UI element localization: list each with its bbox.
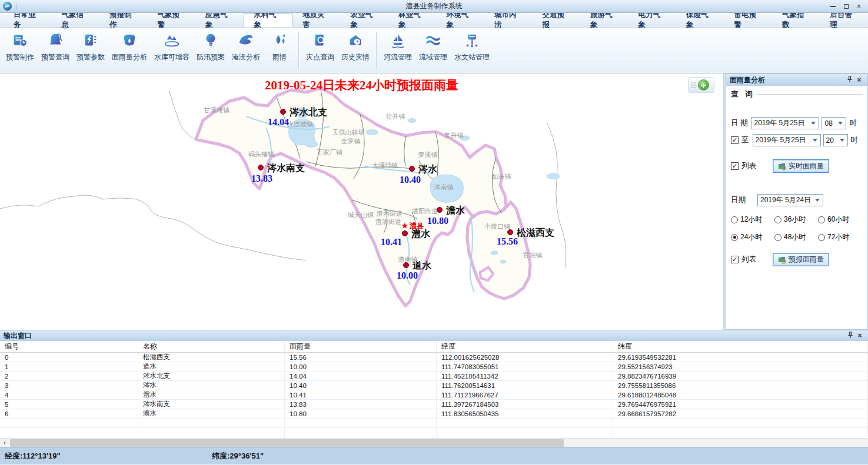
toolbar-button-1-0[interactable]: 灾点查询	[302, 28, 338, 73]
toolbar-button-2-2[interactable]: 水文站管理	[451, 28, 493, 73]
menu-item-5[interactable]: 水利气象	[244, 13, 293, 27]
toolbar-button-0-3[interactable]: 面雨量分析	[108, 28, 151, 73]
duration-radio-48小时[interactable]: 48小时	[774, 232, 818, 242]
rainfall-analysis-panel: 面雨量分析 × 查 询 日 期 2019年 5月25日 08 时 ✓ 至	[726, 73, 868, 330]
map-canvas[interactable]: 2019-05-24日未来24小时预报面雨量 +	[0, 73, 723, 330]
toolbar-button-0-0[interactable]: 预警制作	[2, 28, 38, 73]
duration-radio-60小时[interactable]: 60小时	[818, 215, 863, 225]
duration-radio-24小时[interactable]: 24小时	[731, 232, 774, 242]
duration-radio-12小时[interactable]: 12小时	[731, 215, 774, 225]
end-hour-combobox[interactable]: 20	[823, 134, 848, 146]
table-cell	[138, 428, 285, 437]
toolbar-button-label: 淹没分析	[232, 52, 260, 62]
cloud-raindrop-icon	[121, 32, 138, 49]
table-row[interactable]: 1道水10.00111.74708305505129.552156374923	[0, 362, 868, 372]
menu-item-13[interactable]: 电力气象	[628, 13, 677, 27]
station-marker-icon	[281, 109, 286, 115]
menu-item-14[interactable]: 保险气象	[676, 13, 724, 27]
bell-search-icon	[46, 32, 64, 49]
scrollbar-thumb[interactable]	[10, 439, 564, 447]
table-row[interactable]: 5涔水南支13.83111.39726718450329.76544769759…	[0, 400, 868, 409]
table-cell: 29.8823476716939	[613, 372, 868, 381]
table-row[interactable]: 2涔水北支14.04111.45210541134229.88234767169…	[0, 372, 868, 381]
table-row[interactable]: 3涔水10.40111.7620051463129.7555811355086	[0, 381, 868, 390]
toolbar-button-0-5[interactable]: 防汛预案	[193, 28, 228, 73]
scroll-left-arrow[interactable]: ‹	[0, 439, 9, 447]
status-latitude: 纬度:29°36'51"	[212, 451, 264, 461]
start-hour-combobox[interactable]: 08	[822, 117, 846, 129]
forecast-list-checkbox[interactable]: ✓	[731, 256, 739, 263]
menu-item-3[interactable]: 气象预警	[148, 13, 196, 27]
zoom-in-button[interactable]: +	[698, 79, 709, 91]
toolbar-button-2-0[interactable]: 河流管理	[380, 28, 415, 73]
table-cell: 111.397267184503	[437, 400, 613, 409]
start-date-combobox[interactable]: 2019年 5月25日	[751, 117, 819, 129]
output-close-icon[interactable]: ×	[855, 332, 864, 340]
menu-item-16[interactable]: 气象指数	[772, 13, 820, 27]
table-empty-row[interactable]	[0, 419, 868, 428]
column-header: 面雨量	[285, 341, 437, 352]
table-cell: 道水	[138, 362, 285, 372]
toolbar-button-label: 水文站管理	[454, 52, 490, 62]
menu-item-6[interactable]: 地质灾害	[292, 13, 341, 27]
end-date-combobox[interactable]: 2019年 5月25日	[753, 134, 821, 146]
drag-grip-icon[interactable]	[691, 82, 696, 88]
table-cell: 涔水南支	[138, 400, 285, 409]
table-row[interactable]: 4澧水10.41111.71121966762729.6188012485048	[0, 390, 868, 400]
table-row[interactable]: 0松滋西支15.56112.00162562502829.61935495322…	[0, 353, 868, 362]
pin-icon[interactable]	[845, 76, 854, 85]
toolbar-button-2-1[interactable]: 流域管理	[415, 28, 451, 73]
column-header: 编号	[0, 341, 138, 352]
sailboat-icon	[389, 32, 407, 49]
toolbar-button-0-6[interactable]: 淹没分析	[228, 28, 264, 73]
close-button[interactable]: ×	[857, 3, 861, 10]
table-cell: 29.7555811355086	[613, 381, 868, 390]
menu-item-15[interactable]: 雷电预警	[724, 13, 773, 27]
table-row[interactable]: 6澹水10.80111.83056505043529.6666157957282	[0, 409, 868, 419]
station-value-label: 15.56	[497, 236, 518, 246]
toolbar-button-0-2[interactable]: 预警参数	[73, 28, 108, 73]
forecast-date-combobox[interactable]: 2019年 5月24日	[757, 194, 823, 206]
duration-radio-36小时[interactable]: 36小时	[774, 215, 818, 225]
duration-radio-72小时[interactable]: 72小时	[818, 232, 863, 242]
menu-item-11[interactable]: 交通预报	[533, 13, 581, 27]
pin-icon[interactable]	[846, 332, 855, 340]
table-empty-row[interactable]	[0, 428, 868, 437]
list-checkbox[interactable]: ✓	[731, 162, 739, 170]
toolbar-button-0-1[interactable]: 预警查询	[38, 28, 73, 73]
toolbar-button-0-7[interactable]: 雨情	[264, 28, 295, 73]
town-label: 小渡口镇	[484, 223, 510, 230]
chevron-down-icon	[838, 122, 843, 125]
radio-icon	[774, 216, 781, 223]
maximize-button[interactable]	[844, 4, 849, 9]
doc-search-icon	[311, 32, 329, 49]
forecast-rainfall-button[interactable]: 预报面雨量	[773, 253, 829, 266]
doc-lightning-icon	[82, 32, 99, 49]
menu-item-7[interactable]: 农业气象	[341, 13, 389, 27]
menu-item-17[interactable]: 后台管理	[820, 13, 868, 27]
minimize-button[interactable]	[830, 6, 836, 7]
station-value-label: 10.00	[397, 270, 418, 280]
toolbar-button-0-4[interactable]: 水库可增容	[151, 28, 193, 73]
chevron-down-icon	[840, 139, 844, 142]
menu-item-9[interactable]: 环境气象	[437, 13, 485, 27]
menu-item-10[interactable]: 城市内涝	[484, 13, 533, 27]
menu-item-2[interactable]: 预报制作	[99, 13, 148, 27]
radio-icon	[731, 216, 738, 223]
menu-item-12[interactable]: 旅游气象	[580, 13, 628, 27]
station-name-label: 涔水	[418, 164, 438, 175]
station-name-label: 松滋西支	[516, 228, 554, 237]
panel-close-icon[interactable]: ×	[854, 76, 864, 84]
menu-item-8[interactable]: 林业气象	[388, 13, 437, 27]
menu-item-1[interactable]: 气象信息	[52, 13, 100, 27]
chevron-down-icon	[811, 122, 816, 125]
realtime-rainfall-button[interactable]: 实时面雨量	[773, 159, 829, 173]
toolbar-separator	[298, 32, 300, 69]
toolbar-button-1-1[interactable]: 历史灾情	[338, 28, 373, 73]
to-checkbox[interactable]: ✓	[731, 136, 739, 144]
toolbar-button-label: 河流管理	[384, 52, 412, 62]
to-label: 至	[741, 135, 749, 145]
station-name-label: 涔水南支	[267, 163, 305, 173]
menu-item-0[interactable]: 日常业务	[4, 13, 52, 27]
menu-item-4[interactable]: 应急气象	[195, 13, 244, 27]
